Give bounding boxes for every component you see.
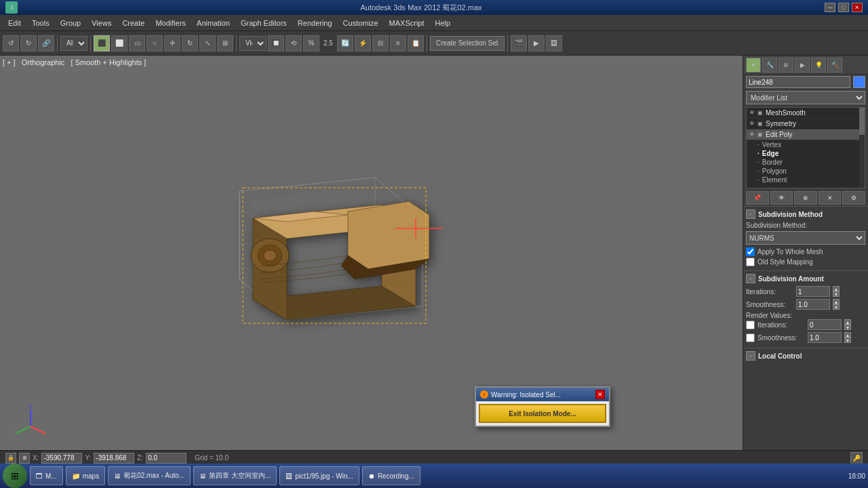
snap-toggle[interactable]: 🔲 [268, 35, 284, 52]
object-color-swatch[interactable] [853, 76, 865, 88]
taskbar-item-0[interactable]: 🗖 M... [30, 466, 63, 485]
render-iter-up[interactable]: ▲ [844, 319, 851, 325]
modifier-meshsmooth[interactable]: 👁 ▣ MeshSmooth [747, 108, 865, 119]
link-btn[interactable]: 🔗 [38, 35, 54, 52]
object-name-input[interactable] [746, 76, 850, 88]
key-icon[interactable]: 🔑 [850, 452, 863, 464]
maximize-btn[interactable]: □ [838, 3, 849, 12]
remove-modifier-btn[interactable]: ✕ [818, 191, 842, 205]
render-tools[interactable]: 🖼 [546, 35, 562, 52]
percent-snap[interactable]: % [303, 35, 319, 52]
sub-border[interactable]: Border [747, 158, 865, 167]
menu-help[interactable]: Help [430, 18, 456, 28]
modifier-list-dropdown[interactable]: Modifier List [746, 91, 865, 104]
iterations-input[interactable] [796, 286, 830, 297]
iterations-up[interactable]: ▲ [833, 286, 840, 291]
modifier-symmetry[interactable]: 👁 ▣ Symmetry [747, 119, 865, 129]
selection-set-input[interactable]: Create Selection Set [430, 36, 505, 51]
menu-rendering[interactable]: Rendering [292, 18, 338, 28]
menu-group[interactable]: Group [55, 18, 87, 28]
subdivision-amount-header[interactable]: - Subdivision Amount [746, 274, 865, 283]
sub-edge[interactable]: Edge [747, 149, 865, 158]
menu-create[interactable]: Create [117, 18, 150, 28]
magnet-btn[interactable]: ⚡ [355, 35, 371, 52]
select-btn[interactable]: ⬛ [94, 35, 110, 52]
stack-scrollbar[interactable] [859, 108, 865, 188]
menu-views[interactable]: Views [86, 18, 117, 28]
taskbar-item-4[interactable]: 🖼 pict1/95.jpg - Win... [279, 466, 359, 485]
z-coord-input[interactable] [146, 453, 186, 464]
select-region-btn[interactable]: ⬜ [111, 35, 127, 52]
apply-whole-mesh-checkbox[interactable] [746, 247, 755, 256]
render-iterations-checkbox[interactable] [746, 321, 755, 329]
move-btn[interactable]: ✛ [164, 35, 180, 52]
redo-btn[interactable]: ↻ [20, 35, 37, 52]
view-select[interactable]: View [239, 36, 267, 51]
viewport[interactable]: [ + ] Orthographic [ Smooth + Highlights… [0, 56, 743, 450]
old-style-mapping-checkbox[interactable] [746, 258, 755, 266]
menu-maxscript[interactable]: MAXScript [384, 18, 430, 28]
scale-btn[interactable]: ⤡ [199, 35, 216, 52]
abs-rel-btn[interactable]: ⊞ [19, 453, 30, 464]
quick-render[interactable]: ▶ [528, 35, 545, 52]
filter-select[interactable]: All [60, 36, 87, 51]
sub-polygon[interactable]: Polygon [747, 167, 865, 176]
show-end-result-btn[interactable]: 👁 [770, 191, 793, 205]
motion-panel-icon[interactable]: ▶ [795, 58, 810, 73]
smoothness-up[interactable]: ▲ [833, 299, 840, 304]
select-rect-btn[interactable]: ▭ [129, 35, 145, 52]
smoothness-down[interactable]: ▼ [833, 304, 840, 310]
render-setup[interactable]: 🎬 [511, 35, 527, 52]
align-btn[interactable]: ≡ [390, 35, 406, 52]
taskbar-item-1[interactable]: 📁 maps [66, 466, 105, 485]
render-smoothness-input[interactable] [808, 332, 842, 343]
hierarchy-panel-icon[interactable]: ⊕ [778, 58, 793, 73]
taskbar-item-2[interactable]: 🖥 蜀花02.max - Auto... [108, 466, 191, 485]
iterations-down[interactable]: ▼ [833, 291, 840, 297]
y-coord-input[interactable] [94, 453, 134, 464]
rotate-btn[interactable]: ↻ [182, 35, 198, 52]
sub-element[interactable]: Element [747, 176, 865, 184]
select-circle-btn[interactable]: ○ [146, 35, 163, 52]
utility-panel-icon[interactable]: 🔨 [827, 58, 842, 73]
sub-vertex[interactable]: Vertex [747, 140, 865, 149]
menu-customize[interactable]: Customize [338, 18, 384, 28]
x-coord-input[interactable] [41, 453, 82, 464]
pin-stack-btn[interactable]: 📌 [746, 191, 769, 205]
local-control-header[interactable]: - Local Control [746, 351, 865, 361]
minimize-btn[interactable]: ─ [825, 3, 835, 12]
display-panel-icon[interactable]: 💡 [811, 58, 826, 73]
menu-animation[interactable]: Animation [191, 18, 235, 28]
taskbar-item-5[interactable]: ⏺ Recording... [362, 466, 420, 485]
create-panel-icon[interactable]: ✦ [746, 58, 761, 73]
smoothness-input[interactable] [796, 299, 830, 310]
exit-isolation-btn[interactable]: Exit Isolation Mode... [479, 404, 606, 423]
menu-modifiers[interactable]: Modifiers [150, 18, 191, 28]
angle-snap[interactable]: ⟲ [285, 35, 302, 52]
start-button[interactable]: ⊞ [3, 464, 27, 488]
reference-btn[interactable]: ⊞ [217, 35, 233, 52]
local-control-collapse[interactable]: - [746, 351, 755, 361]
render-smoothness-checkbox[interactable] [746, 333, 755, 342]
render-iterations-input[interactable] [808, 319, 842, 330]
modify-panel-icon[interactable]: 🔧 [762, 58, 777, 73]
taskbar-item-3[interactable]: 🖥 第四章 大空间室内... [193, 466, 277, 485]
render-smooth-up[interactable]: ▲ [844, 332, 851, 338]
undo-btn[interactable]: ↺ [3, 35, 19, 52]
nurms-dropdown[interactable]: NURMS [746, 231, 865, 245]
make-unique-btn[interactable]: ⊗ [794, 191, 817, 205]
configure-btn[interactable]: ⚙ [842, 191, 865, 205]
warning-close-btn[interactable]: ✕ [595, 390, 605, 399]
modifier-editpoly[interactable]: 👁 ▣ Edit Poly [747, 129, 865, 140]
layer-btn[interactable]: 📋 [408, 35, 424, 52]
lock-icon[interactable]: 🔒 [5, 453, 16, 464]
render-smooth-down[interactable]: ▼ [844, 338, 851, 343]
subdivision-method-collapse[interactable]: - [746, 209, 755, 219]
render-iter-down[interactable]: ▼ [844, 325, 851, 330]
subdivision-method-header[interactable]: - Subdivision Method [746, 209, 865, 219]
spinner-snap[interactable]: 🔄 [337, 35, 353, 52]
menu-tools[interactable]: Tools [26, 18, 55, 28]
mirror-btn[interactable]: ⊟ [372, 35, 389, 52]
close-btn[interactable]: ✕ [852, 3, 863, 12]
subdivision-amount-collapse[interactable]: - [746, 274, 755, 283]
